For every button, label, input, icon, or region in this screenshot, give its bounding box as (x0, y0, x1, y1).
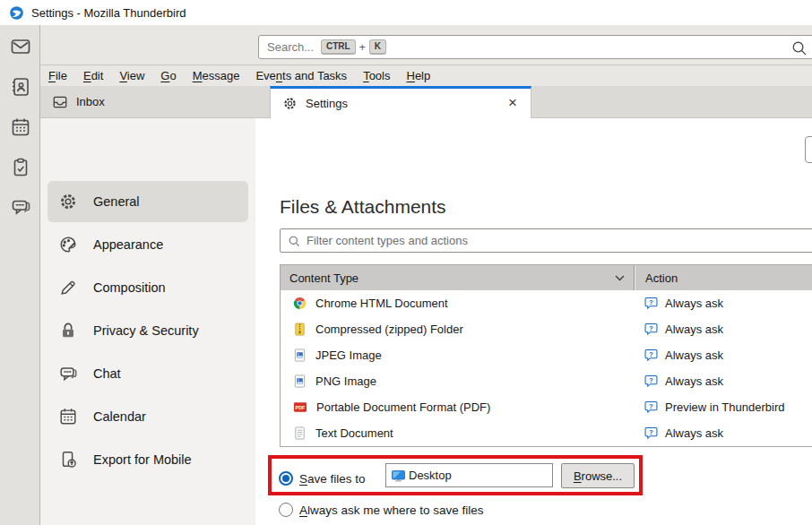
menu-view[interactable]: View (111, 67, 152, 84)
chat-icon (58, 364, 78, 383)
action-cell[interactable]: ? Always ask (634, 323, 812, 336)
question-bubble-icon: ? (644, 374, 658, 388)
zip-icon (293, 323, 307, 336)
desktop-folder-icon (391, 469, 406, 483)
table-row[interactable]: PDF Portable Document Format (PDF) ? Pre… (281, 394, 812, 420)
mail-space-icon[interactable] (10, 36, 31, 57)
settings-sidebar: General Appearance Composition Privacy &… (40, 118, 255, 525)
k-key-badge: K (369, 39, 386, 55)
svg-text:?: ? (649, 402, 653, 410)
action-cell[interactable]: ? Preview in Thunderbird (634, 400, 812, 414)
always-ask-radio[interactable] (279, 503, 293, 517)
lock-icon (58, 321, 78, 340)
svg-text:?: ? (649, 428, 653, 436)
question-bubble-icon: ? (644, 400, 658, 414)
table-row[interactable]: PNG Image ? Always ask (281, 368, 812, 394)
action-cell[interactable]: ? Always ask (634, 426, 812, 440)
action-cell[interactable]: ? Always ask (634, 349, 812, 362)
search-icon[interactable] (790, 39, 808, 56)
always-ask-label: Always ask me where to save files (299, 503, 484, 517)
gear-icon (58, 192, 78, 211)
chevron-down-icon (615, 275, 625, 281)
save-files-to-radio[interactable] (279, 471, 293, 486)
menu-edit[interactable]: Edit (75, 67, 111, 84)
sidebar-item-label: Chat (93, 366, 121, 381)
tab-bar: Inbox Settings × (40, 86, 812, 118)
sidebar-item-privacy-security[interactable]: Privacy & Security (48, 310, 248, 351)
thunderbird-settings-window: Settings - Mozilla Thunderbird Search...… (0, 0, 812, 525)
pencil-icon (58, 278, 78, 297)
chrome-icon (293, 297, 307, 310)
question-bubble-icon: ? (644, 349, 658, 362)
plus-text: + (359, 41, 366, 54)
sidebar-item-label: General (93, 194, 140, 209)
column-header-action[interactable]: Action (634, 265, 812, 290)
question-bubble-icon: ? (644, 297, 658, 310)
attachments-table: Content Type Action Chrome HTML Document… (280, 264, 812, 447)
sidebar-item-label: Calendar (93, 409, 146, 424)
question-bubble-icon: ? (644, 426, 658, 440)
window-title: Settings - Mozilla Thunderbird (31, 6, 186, 20)
svg-text:?: ? (649, 350, 653, 358)
palette-icon (58, 235, 78, 254)
menu-help[interactable]: Help (398, 67, 438, 84)
sidebar-item-general[interactable]: General (48, 181, 248, 222)
table-row[interactable]: Chrome HTML Document ? Always ask (281, 290, 812, 316)
svg-text:?: ? (649, 324, 653, 332)
download-path-value: Desktop (409, 469, 452, 482)
table-row[interactable]: Text Document ? Always ask (281, 420, 812, 446)
svg-text:?: ? (649, 376, 653, 384)
inbox-icon (52, 94, 68, 110)
search-icon (288, 235, 300, 247)
image-icon (293, 349, 307, 362)
save-files-to-label: Save files to (299, 472, 366, 486)
spaces-toolbar (0, 25, 40, 525)
menu-go[interactable]: Go (152, 67, 184, 84)
thunderbird-logo-icon (9, 5, 24, 21)
svg-text:PDF: PDF (296, 405, 307, 410)
filter-placeholder: Filter content types and actions (307, 234, 468, 247)
sidebar-item-label: Appearance (93, 237, 163, 252)
browse-button[interactable]: Browse... (561, 463, 635, 488)
column-header-content-type[interactable]: Content Type (281, 265, 634, 290)
global-search-input[interactable]: Search... CTRL + K (258, 35, 812, 59)
search-placeholder: Search... (267, 40, 314, 54)
phone-export-icon (58, 450, 78, 469)
address-book-space-icon[interactable] (10, 76, 31, 98)
filter-input[interactable]: Filter content types and actions (280, 228, 812, 253)
sidebar-item-chat[interactable]: Chat (48, 353, 248, 394)
menubar: File Edit View Go Message Events and Tas… (40, 65, 812, 86)
tab-settings-label: Settings (306, 97, 348, 110)
table-row[interactable]: Compressed (zipped) Folder ? Always ask (281, 316, 812, 342)
menu-message[interactable]: Message (185, 67, 248, 84)
find-in-settings-input-partial[interactable] (805, 136, 812, 163)
always-ask-option: Always ask me where to save files (279, 498, 484, 521)
action-cell[interactable]: ? Always ask (634, 374, 812, 388)
chat-space-icon[interactable] (10, 196, 31, 218)
tab-settings[interactable]: Settings × (270, 86, 531, 118)
table-row[interactable]: JPEG Image ? Always ask (281, 342, 812, 368)
titlebar: Settings - Mozilla Thunderbird (0, 0, 812, 25)
menu-events-and-tasks[interactable]: Events and Tasks (247, 67, 355, 84)
sidebar-item-label: Privacy & Security (93, 323, 199, 338)
menu-tools[interactable]: Tools (355, 67, 398, 84)
page-title: Files & Attachments (280, 196, 446, 218)
download-path-field[interactable]: Desktop (385, 463, 553, 487)
menu-file[interactable]: File (40, 67, 75, 84)
sidebar-item-composition[interactable]: Composition (48, 267, 248, 308)
tasks-space-icon[interactable] (10, 157, 31, 178)
sidebar-item-export-for-mobile[interactable]: Export for Mobile (48, 439, 248, 480)
svg-text:?: ? (649, 298, 653, 306)
action-cell[interactable]: ? Always ask (634, 297, 812, 310)
text-file-icon (293, 426, 307, 440)
sidebar-item-appearance[interactable]: Appearance (48, 224, 248, 265)
sidebar-item-label: Export for Mobile (93, 452, 192, 467)
sidebar-item-calendar[interactable]: Calendar (48, 396, 248, 437)
ctrl-key-badge: CTRL (321, 39, 356, 55)
close-icon[interactable]: × (504, 93, 522, 113)
calendar-space-icon[interactable] (10, 116, 31, 138)
question-bubble-icon: ? (644, 323, 658, 336)
sidebar-item-label: Composition (93, 280, 166, 295)
tab-inbox-label: Inbox (76, 95, 105, 108)
tab-inbox[interactable]: Inbox (40, 86, 270, 117)
